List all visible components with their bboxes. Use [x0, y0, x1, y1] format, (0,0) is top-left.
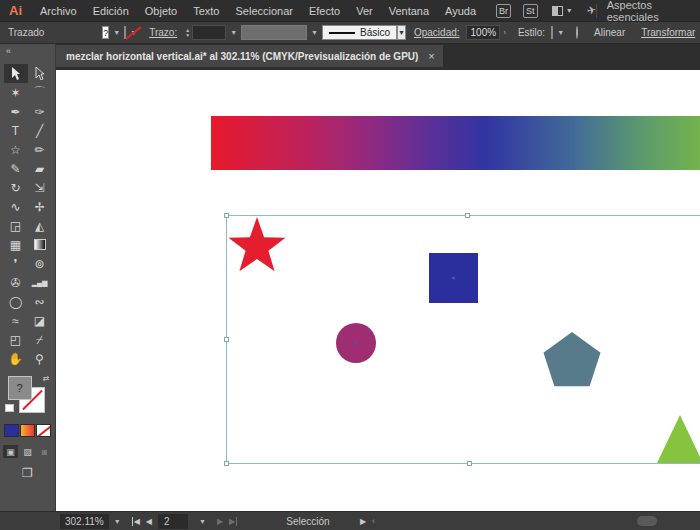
menu-item-efecto[interactable]: Efecto [301, 5, 348, 17]
red-star-shape[interactable] [229, 217, 286, 271]
green-triangle-shape[interactable] [657, 415, 700, 463]
bridge-button[interactable]: Br [496, 4, 511, 18]
workspace-layout-icon[interactable] [552, 6, 563, 16]
tool-scale[interactable]: ⇲ [28, 178, 52, 197]
chevron-down-icon[interactable]: ▼ [553, 29, 568, 36]
tool-star-shape[interactable]: ☆ [4, 140, 28, 159]
collapse-panel-icon[interactable]: « [0, 44, 55, 58]
tool-direct-selection[interactable] [28, 64, 52, 83]
tool-hand[interactable]: ✋ [4, 349, 28, 368]
draw-normal-icon[interactable]: ▣ [3, 445, 18, 458]
next-artboard-button: ▶ [217, 517, 223, 526]
tool-width[interactable]: ∿ [4, 197, 28, 216]
tool-puppet-warp[interactable]: ✢ [28, 197, 52, 216]
menu-item-ver[interactable]: Ver [348, 5, 381, 17]
status-menu-arrow[interactable]: ▶ [360, 517, 366, 526]
scroll-left-arrow[interactable]: ‹ [372, 516, 375, 526]
menu-item-archivo[interactable]: Archivo [32, 5, 85, 17]
selection-handle-top-left[interactable] [224, 213, 229, 218]
color-button[interactable] [4, 424, 19, 437]
tool-blob-brush[interactable]: ◯ [4, 292, 28, 311]
tool-magic-wand[interactable]: ✶ [4, 83, 28, 102]
stroke-color-swatch[interactable] [124, 26, 126, 39]
default-fill-stroke-icon[interactable] [5, 404, 14, 412]
pentagon-shape[interactable] [544, 332, 601, 386]
tool-zoom[interactable]: ⚲ [28, 349, 52, 368]
tool-eraser[interactable]: ▰ [28, 159, 52, 178]
tool-curvature[interactable]: ✑ [28, 102, 52, 121]
tool-shaper[interactable]: ✎ [4, 159, 28, 178]
artboard-number-field[interactable]: 2 [158, 514, 188, 529]
previous-artboard-button[interactable]: ◀ [146, 517, 152, 526]
tool-type[interactable]: T [4, 121, 28, 140]
tool-mesh[interactable]: ▦ [4, 235, 28, 254]
chevron-down-icon[interactable]: ▼ [226, 29, 241, 36]
selection-handle-mid-top[interactable] [465, 213, 470, 218]
brush-definition-dropdown[interactable]: Básico [322, 25, 397, 40]
tool-slice[interactable]: ⌿ [28, 330, 52, 349]
draw-behind-icon[interactable]: ▨ [20, 445, 35, 458]
swap-fill-stroke-icon[interactable]: ⇄ [43, 374, 50, 383]
chevron-down-icon[interactable]: ▼ [109, 518, 126, 525]
document-tab[interactable]: mezclar horizontal vertical.ai* al 302.1… [56, 45, 444, 67]
selection-edge-top[interactable] [226, 215, 700, 216]
tool-gradient[interactable] [28, 235, 52, 254]
none-button[interactable] [36, 424, 51, 437]
selection-handle-mid-bottom[interactable] [467, 461, 472, 466]
tool-selection[interactable] [4, 64, 28, 83]
tool-rotate-view[interactable]: ⊚ [28, 254, 52, 273]
chevron-down-icon[interactable]: ▼ [194, 518, 211, 525]
tool-rotate[interactable]: ↻ [4, 178, 28, 197]
screen-mode-icon[interactable]: ❐ [19, 466, 37, 480]
opacity-field[interactable]: 100% [466, 25, 500, 40]
tool-line-segment[interactable]: ╱ [28, 121, 52, 140]
tool-eyedropper[interactable]: ❜ [4, 254, 28, 273]
ai-logo[interactable]: Ai [9, 3, 22, 18]
selection-handle-bottom-left[interactable] [224, 461, 229, 466]
stroke-weight-label[interactable]: Trazo: [149, 27, 177, 38]
tool-path-eraser[interactable]: ◪ [28, 311, 52, 330]
brush-dropdown-button[interactable]: ▼ [397, 25, 406, 40]
share-icon[interactable]: ✈ [585, 3, 597, 18]
tool-symbol-sprayer[interactable]: ✇ [4, 273, 28, 292]
workspace-switcher[interactable]: Aspectos esenciales [607, 0, 690, 23]
menu-item-edicion[interactable]: Edición [85, 5, 137, 17]
align-panel-link[interactable]: Alinear [594, 27, 625, 38]
canvas[interactable] [56, 70, 700, 511]
menu-item-objeto[interactable]: Objeto [137, 5, 185, 17]
menu-bar: Ai ArchivoEdiciónObjetoTextoSeleccionarE… [0, 0, 700, 22]
transform-panel-link[interactable]: Transformar [641, 27, 695, 38]
stroke-weight-stepper[interactable]: ▲▼ [185, 28, 190, 38]
tool-smooth[interactable]: ≈ [4, 311, 28, 330]
opacity-label[interactable]: Opacidad: [414, 27, 460, 38]
gradient-blend-bar[interactable] [211, 116, 700, 170]
tool-lasso[interactable]: ⌒ [28, 83, 52, 102]
gradient-button[interactable] [20, 424, 35, 437]
first-artboard-button[interactable]: ◀ [132, 517, 140, 526]
chevron-down-icon[interactable]: ▼ [109, 29, 124, 36]
tool-artboard[interactable]: ◰ [4, 330, 28, 349]
opacity-more-arrow[interactable]: › [500, 29, 510, 36]
tool-column-graph[interactable]: ▂▄▆ [28, 273, 52, 292]
selection-edge-bottom[interactable] [226, 463, 700, 464]
zoom-level-field[interactable]: 302.11% [60, 514, 109, 529]
eyedropper-icon: ❜ [14, 257, 18, 271]
close-icon[interactable]: × [428, 50, 434, 62]
menu-item-seleccionar[interactable]: Seleccionar [227, 5, 300, 17]
selection-handle-mid-left[interactable] [224, 337, 229, 342]
fill-swatch[interactable]: ? [8, 376, 32, 400]
fill-color-swatch[interactable]: ? [102, 26, 109, 39]
stroke-weight-field[interactable] [192, 25, 226, 40]
menu-item-ayuda[interactable]: Ayuda [437, 5, 484, 17]
recolor-artwork-icon[interactable] [576, 26, 578, 39]
horizontal-scrollbar-thumb[interactable] [637, 516, 657, 526]
tool-perspective-grid[interactable]: ◭ [28, 216, 52, 235]
tool-paintbrush[interactable]: ✏ [28, 140, 52, 159]
stock-button[interactable]: St [523, 4, 538, 18]
chevron-down-icon[interactable]: ▼ [566, 7, 573, 14]
tool-pen[interactable]: ✒ [4, 102, 28, 121]
tool-blend[interactable]: ∾ [28, 292, 52, 311]
tool-shape-builder[interactable]: ◲ [4, 216, 28, 235]
menu-item-ventana[interactable]: Ventana [381, 5, 437, 17]
menu-item-texto[interactable]: Texto [185, 5, 227, 17]
